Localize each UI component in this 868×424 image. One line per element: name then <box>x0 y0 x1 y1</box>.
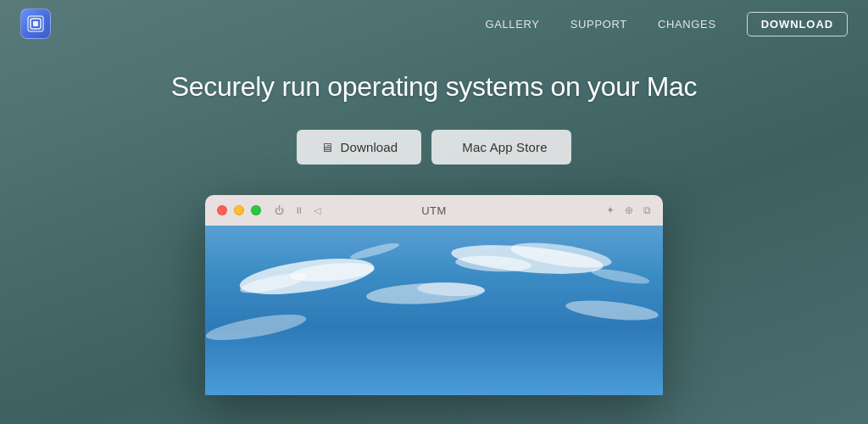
nav-changes[interactable]: CHANGES <box>658 18 716 31</box>
power-icon: ⏻ <box>275 205 284 215</box>
back-icon: ◁ <box>314 205 320 216</box>
app-window: ⏻ ⏸ ◁ UTM ✦ ⊕ ⧉ <box>205 195 663 395</box>
mas-button[interactable]: Mac App Store <box>431 130 570 165</box>
window-titlebar: ⏻ ⏸ ◁ UTM ✦ ⊕ ⧉ <box>205 195 663 226</box>
svg-point-12 <box>205 310 308 346</box>
window-controls: ⏻ ⏸ ◁ <box>275 205 320 216</box>
nav-links: GALLERY SUPPORT CHANGES DOWNLOAD <box>485 12 848 36</box>
download-button[interactable]: 🖥 Download <box>297 130 421 165</box>
nav-gallery[interactable]: GALLERY <box>485 18 539 31</box>
network-icon: ⊕ <box>625 204 633 216</box>
window-content <box>205 226 663 395</box>
hero-title: Securely run operating systems on your M… <box>171 71 698 103</box>
traffic-light-yellow[interactable] <box>234 205 244 215</box>
navbar: GALLERY SUPPORT CHANGES DOWNLOAD <box>0 0 868 47</box>
share-icon: ✦ <box>606 204 615 216</box>
window-title: UTM <box>421 204 446 217</box>
pause-icon: ⏸ <box>294 205 303 215</box>
download-label: Download <box>340 140 398 154</box>
download-icon: 🖥 <box>320 140 333 154</box>
nav-download-button[interactable]: DOWNLOAD <box>747 12 848 36</box>
window-expand-icon: ⧉ <box>643 204 651 216</box>
svg-rect-2 <box>33 21 38 26</box>
nav-support[interactable]: SUPPORT <box>570 18 627 31</box>
svg-point-11 <box>565 297 659 323</box>
traffic-light-green[interactable] <box>251 205 261 215</box>
hero-buttons: 🖥 Download Mac App Store <box>297 130 570 165</box>
app-logo-icon <box>20 8 51 39</box>
mas-label: Mac App Store <box>462 140 547 154</box>
svg-point-13 <box>349 240 401 261</box>
svg-point-14 <box>590 266 650 287</box>
window-actions-right: ✦ ⊕ ⧉ <box>606 204 651 216</box>
hero-section: Securely run operating systems on your M… <box>0 47 868 395</box>
traffic-light-red[interactable] <box>217 205 227 215</box>
logo[interactable] <box>20 8 51 39</box>
